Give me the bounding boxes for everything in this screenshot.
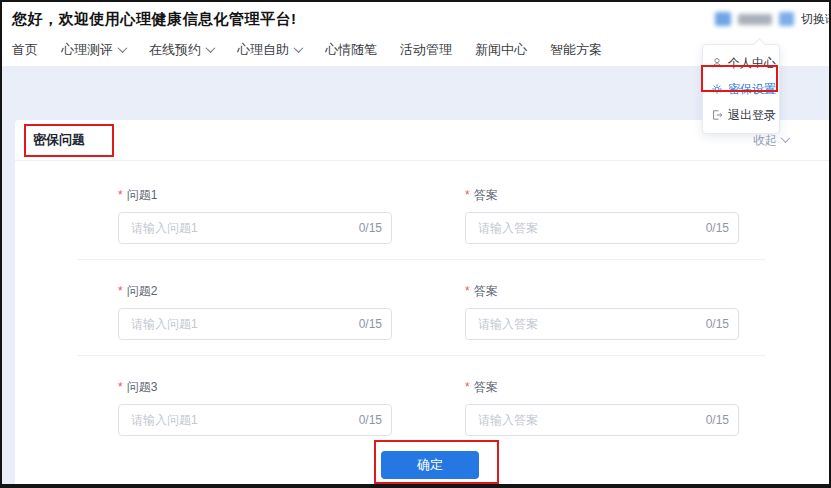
form-row-2: *问题2 0/15 *答案 0/15: [15, 284, 829, 340]
field-label: *答案: [465, 188, 739, 203]
collapse-label: 收起: [753, 132, 777, 149]
answer1-input[interactable]: [465, 212, 739, 244]
nav-label: 心理测评: [61, 41, 113, 59]
menu-label: 退出登录: [728, 107, 776, 124]
nav-label: 心情随笔: [325, 41, 377, 59]
required-marker: *: [465, 380, 470, 394]
menu-label: 密保设置: [728, 81, 776, 98]
nav-item-mood-notes[interactable]: 心情随笔: [325, 41, 377, 59]
gear-icon: [711, 83, 723, 95]
input-wrapper: 0/15: [118, 308, 392, 340]
question3-input[interactable]: [118, 404, 392, 436]
menu-label: 个人中心: [728, 55, 776, 72]
question3-field: *问题3 0/15: [118, 380, 392, 436]
input-wrapper: 0/15: [118, 212, 392, 244]
security-question-panel: 密保问题 收起 *问题1 0/15 *答案: [15, 120, 829, 484]
user-name-blurred: [738, 14, 772, 25]
chevron-down-icon: [294, 43, 304, 53]
nav-label: 智能方案: [550, 41, 602, 59]
top-header: 您好，欢迎使用心理健康信息化管理平台! 切换语: [2, 2, 829, 34]
nav-label: 新闻中心: [475, 41, 527, 59]
question1-field: *问题1 0/15: [118, 188, 392, 244]
language-icon-blurred[interactable]: [779, 12, 794, 26]
app-window: 您好，欢迎使用心理健康信息化管理平台! 切换语 首页 心理测评 在线预约 心理自…: [0, 0, 831, 488]
question2-input[interactable]: [118, 308, 392, 340]
language-switch-label[interactable]: 切换语: [801, 11, 831, 28]
nav-item-assessment[interactable]: 心理测评: [61, 41, 126, 59]
nav-item-home[interactable]: 首页: [12, 41, 38, 59]
field-label: *问题2: [118, 284, 392, 299]
field-label: *答案: [465, 284, 739, 299]
row-divider: [77, 259, 765, 260]
required-marker: *: [118, 380, 123, 394]
form-row-1: *问题1 0/15 *答案 0/15: [15, 188, 829, 244]
question2-field: *问题2 0/15: [118, 284, 392, 340]
nav-item-smart-plan[interactable]: 智能方案: [550, 41, 602, 59]
input-wrapper: 0/15: [118, 404, 392, 436]
submit-row: 确定: [15, 451, 829, 479]
user-dropdown-menu: 个人中心 密保设置 退出登录: [702, 44, 780, 134]
required-marker: *: [465, 188, 470, 202]
collapse-toggle[interactable]: 收起: [753, 132, 789, 149]
field-label: *问题3: [118, 380, 392, 395]
required-marker: *: [118, 188, 123, 202]
person-icon: [711, 57, 723, 69]
question1-input[interactable]: [118, 212, 392, 244]
char-counter: 0/15: [706, 317, 729, 331]
label-text: 答案: [474, 284, 498, 298]
nav-label: 首页: [12, 41, 38, 59]
user-avatar-blurred[interactable]: [715, 12, 731, 26]
menu-item-personal-center[interactable]: 个人中心: [703, 50, 779, 76]
char-counter: 0/15: [706, 221, 729, 235]
nav-label: 在线预约: [149, 41, 201, 59]
label-text: 问题3: [127, 380, 158, 394]
input-wrapper: 0/15: [465, 404, 739, 436]
form-row-3: *问题3 0/15 *答案 0/15: [15, 380, 829, 436]
nav-item-activities[interactable]: 活动管理: [400, 41, 452, 59]
panel-title: 密保问题: [33, 131, 85, 149]
answer3-field: *答案 0/15: [465, 380, 739, 436]
char-counter: 0/15: [359, 221, 382, 235]
answer1-field: *答案 0/15: [465, 188, 739, 244]
required-marker: *: [118, 284, 123, 298]
menu-item-logout[interactable]: 退出登录: [703, 102, 779, 128]
answer2-field: *答案 0/15: [465, 284, 739, 340]
logout-icon: [711, 109, 723, 121]
nav-label: 心理自助: [237, 41, 289, 59]
row-divider: [77, 355, 765, 356]
nav-item-booking[interactable]: 在线预约: [149, 41, 214, 59]
user-info-area[interactable]: 切换语: [715, 11, 829, 28]
input-wrapper: 0/15: [465, 212, 739, 244]
required-marker: *: [465, 284, 470, 298]
chevron-down-icon: [206, 43, 216, 53]
chevron-down-icon: [118, 43, 128, 53]
char-counter: 0/15: [359, 317, 382, 331]
label-text: 答案: [474, 380, 498, 394]
char-counter: 0/15: [359, 413, 382, 427]
char-counter: 0/15: [706, 413, 729, 427]
confirm-button[interactable]: 确定: [381, 451, 479, 479]
field-label: *答案: [465, 380, 739, 395]
input-wrapper: 0/15: [465, 308, 739, 340]
field-label: *问题1: [118, 188, 392, 203]
page-title: 您好，欢迎使用心理健康信息化管理平台!: [12, 10, 297, 29]
nav-item-selfhelp[interactable]: 心理自助: [237, 41, 302, 59]
menu-item-security-settings[interactable]: 密保设置: [703, 76, 779, 102]
answer3-input[interactable]: [465, 404, 739, 436]
label-text: 答案: [474, 188, 498, 202]
label-text: 问题1: [127, 188, 158, 202]
nav-item-news[interactable]: 新闻中心: [475, 41, 527, 59]
answer2-input[interactable]: [465, 308, 739, 340]
chevron-down-icon: [781, 133, 791, 143]
label-text: 问题2: [127, 284, 158, 298]
nav-label: 活动管理: [400, 41, 452, 59]
